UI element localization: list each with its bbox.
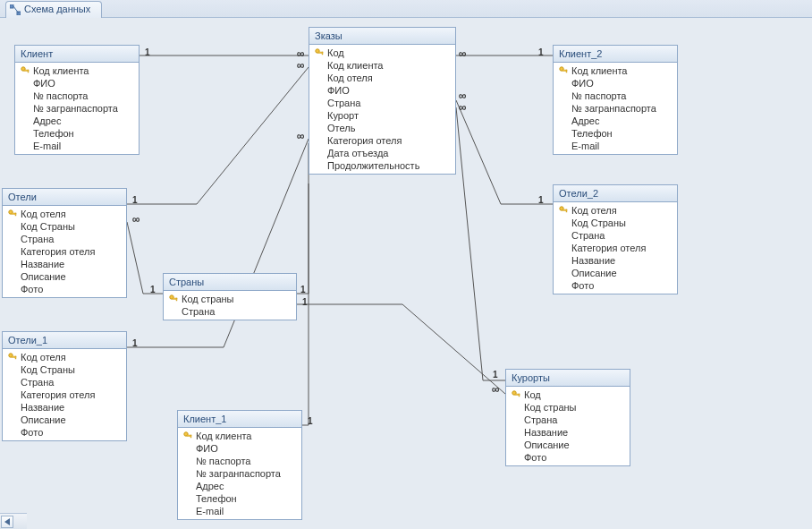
field-row[interactable]: Код Страны — [3, 363, 126, 376]
table-hotels1[interactable]: Отели_1Код отеляКод СтраныСтранаКатегори… — [2, 331, 127, 441]
primary-key-icon — [8, 353, 17, 362]
field-label: Описание — [524, 439, 570, 450]
field-row[interactable]: № паспорта — [554, 90, 677, 102]
table-countries[interactable]: СтраныКод страныСтрана — [163, 273, 297, 320]
field-row[interactable]: Отель — [309, 122, 455, 134]
field-row[interactable]: Адрес — [15, 115, 139, 127]
field-row[interactable]: Описание — [554, 267, 677, 279]
relationships-window: Схема данных 1 ∞ 1 — [0, 0, 812, 529]
field-row[interactable]: Код — [506, 388, 630, 401]
field-label: Фото — [571, 280, 594, 291]
svg-rect-14 — [15, 213, 16, 216]
svg-rect-23 — [15, 356, 16, 359]
field-row[interactable]: E-mail — [554, 140, 677, 152]
field-row[interactable]: Продолжительность — [309, 159, 455, 172]
field-row[interactable]: Код страны — [506, 401, 630, 414]
field-row[interactable]: Код отеля — [3, 351, 126, 363]
field-row[interactable]: Код страны — [164, 293, 296, 305]
table-client2[interactable]: Клиент_2Код клиентаФИО№ паспорта№ загран… — [553, 45, 678, 155]
field-row[interactable]: Страна — [506, 414, 630, 426]
field-row[interactable]: № загранпаспорта — [15, 102, 139, 115]
field-row[interactable]: Телефон — [554, 127, 677, 140]
svg-line-2 — [13, 6, 19, 13]
field-row[interactable]: Дата отъезда — [309, 147, 455, 159]
table-hotels[interactable]: ОтелиКод отеляКод СтраныСтранаКатегория … — [2, 188, 127, 298]
field-row[interactable]: Страна — [3, 233, 126, 245]
field-row[interactable]: Категория отеля — [3, 388, 126, 401]
table-title[interactable]: Страны — [164, 274, 296, 291]
field-row[interactable]: Название — [554, 254, 677, 267]
field-row[interactable]: Описание — [506, 439, 630, 451]
field-row[interactable]: Код Страны — [3, 220, 126, 233]
table-resorts[interactable]: КурортыКодКод страныСтранаНазваниеОписан… — [505, 369, 630, 466]
field-row[interactable]: ФИО — [554, 77, 677, 90]
field-row[interactable]: Название — [3, 401, 126, 414]
field-row[interactable]: ФИО — [15, 77, 139, 90]
field-row[interactable]: Страна — [3, 376, 126, 388]
field-row[interactable]: Категория отеля — [309, 134, 455, 147]
field-row[interactable]: Адрес — [178, 480, 301, 492]
table-client[interactable]: КлиентКод клиентаФИО№ паспорта№ загранпа… — [14, 45, 140, 155]
horizontal-scrollbar[interactable] — [0, 513, 27, 529]
active-tab[interactable]: Схема данных — [5, 1, 102, 18]
field-row[interactable]: ФИО — [309, 84, 455, 97]
field-row[interactable]: № загранпаспорта — [178, 467, 301, 480]
table-title[interactable]: Зказы — [309, 28, 455, 45]
table-title[interactable]: Клиент — [15, 46, 139, 63]
table-title[interactable]: Отели_1 — [3, 332, 126, 349]
field-row[interactable]: Страна — [309, 97, 455, 109]
field-row[interactable]: № паспорта — [15, 90, 139, 102]
diagram-canvas[interactable]: 1 ∞ 1 ∞ 1 ∞ 1 ∞ 1 ∞ 1 ∞ 1 ∞ 1 1 1 ∞ Клие… — [0, 18, 812, 529]
field-row[interactable]: Код клиента — [309, 59, 455, 72]
field-row[interactable]: Код клиента — [178, 430, 301, 442]
field-row[interactable]: Фото — [506, 451, 630, 464]
table-title[interactable]: Отели — [3, 189, 126, 206]
field-row[interactable]: Код Страны — [554, 217, 677, 229]
field-label: E-mail — [571, 141, 599, 151]
field-label: Страна — [182, 306, 215, 317]
field-row[interactable]: № паспорта — [178, 455, 301, 467]
field-row[interactable]: Код клиента — [15, 64, 139, 77]
field-row[interactable]: E-mail — [15, 140, 139, 152]
field-row[interactable]: Страна — [164, 305, 296, 318]
tab-bar: Схема данных — [0, 0, 812, 18]
field-row[interactable]: E-mail — [178, 505, 301, 517]
field-label: Фото — [21, 427, 43, 438]
scroll-left-button[interactable] — [1, 516, 13, 528]
table-title[interactable]: Отели_2 — [554, 185, 677, 202]
field-row[interactable]: Название — [3, 258, 126, 270]
field-label: Название — [21, 259, 64, 269]
field-row[interactable]: Фото — [3, 426, 126, 439]
field-row[interactable]: Описание — [3, 270, 126, 283]
field-row[interactable]: Телефон — [178, 492, 301, 505]
field-row[interactable]: Телефон — [15, 127, 139, 140]
field-row[interactable]: Код отеля — [309, 72, 455, 84]
field-row[interactable]: Курорт — [309, 109, 455, 122]
field-row[interactable]: № загранпаспорта — [554, 102, 677, 115]
field-label: Страна — [21, 377, 54, 388]
field-row[interactable]: Код клиента — [554, 64, 677, 77]
relationships-icon — [10, 4, 21, 15]
field-row[interactable]: Страна — [554, 229, 677, 242]
field-label: Код отеля — [327, 73, 373, 83]
field-row[interactable]: Название — [506, 426, 630, 439]
table-client1[interactable]: Клиент_1Код клиентаФИО№ паспорта№ загран… — [177, 410, 302, 520]
table-hotels2[interactable]: Отели_2Код отеляКод СтраныСтранаКатегори… — [553, 184, 678, 294]
table-title[interactable]: Клиент_2 — [554, 46, 677, 63]
table-title[interactable]: Клиент_1 — [178, 411, 301, 428]
svg-rect-26 — [190, 435, 191, 438]
field-label: № загранпаспорта — [33, 103, 118, 114]
svg-rect-11 — [566, 70, 567, 73]
table-title[interactable]: Курорты — [506, 370, 630, 387]
field-row[interactable]: Фото — [3, 283, 126, 295]
field-row[interactable]: Код отеля — [554, 204, 677, 217]
table-orders[interactable]: ЗказыКодКод клиентаКод отеляФИОСтранаКур… — [309, 27, 456, 175]
field-row[interactable]: ФИО — [178, 442, 301, 455]
field-row[interactable]: Адрес — [554, 115, 677, 127]
field-row[interactable]: Код отеля — [3, 208, 126, 220]
field-row[interactable]: Фото — [554, 279, 677, 292]
field-row[interactable]: Описание — [3, 414, 126, 426]
field-row[interactable]: Категория отеля — [3, 245, 126, 258]
field-row[interactable]: Код — [309, 47, 455, 59]
field-row[interactable]: Категория отеля — [554, 242, 677, 254]
